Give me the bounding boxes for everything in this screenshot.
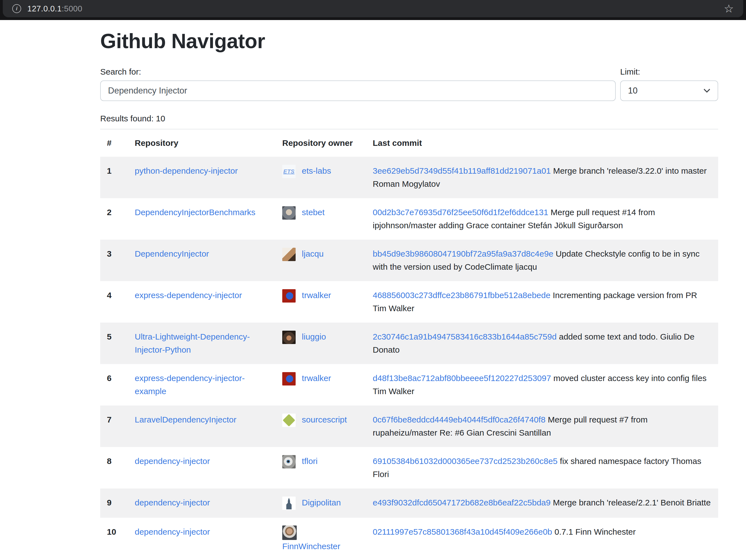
search-input[interactable]	[100, 81, 616, 101]
row-number: 8	[100, 447, 128, 489]
repo-link[interactable]: LaravelDependencyInjector	[135, 415, 236, 424]
table-header-row: # Repository Repository owner Last commi…	[100, 129, 718, 157]
owner-link[interactable]: sourcescript	[302, 415, 347, 424]
owner-avatar-image	[282, 372, 296, 385]
owner-link[interactable]: ets-labs	[302, 166, 331, 175]
owner-link[interactable]: Digipolitan	[302, 498, 341, 507]
repo-link[interactable]: express-dependency-injector	[135, 291, 242, 300]
owner-link[interactable]: ljacqu	[302, 249, 323, 258]
repositories-table: # Repository Repository owner Last commi…	[100, 129, 718, 560]
owner-link[interactable]: trwalker	[302, 374, 331, 383]
url-host: 127.0.0.1	[27, 4, 62, 13]
repo-link[interactable]: dependency-injector	[135, 498, 210, 507]
commit-hash-link[interactable]: d48f13be8ac712abf80bbeeee5f120227d253097	[373, 374, 551, 383]
owner-avatar-image	[282, 248, 296, 261]
row-number: 4	[100, 281, 128, 323]
repo-link[interactable]: DependencyInjectorBenchmarks	[135, 208, 256, 217]
row-number: 6	[100, 364, 128, 406]
row-number: 7	[100, 406, 128, 447]
header-last-commit: Last commit	[366, 129, 718, 157]
table-row: 2 DependencyInjectorBenchmarks stebet 00…	[100, 198, 718, 240]
commit-hash-link[interactable]: 3ee629eb5d7349d55f41b119aff81dd219071a01	[373, 166, 551, 175]
owner-avatar-image: ETS	[282, 165, 296, 178]
table-row: 1 python-dependency-injector ETS ets-lab…	[100, 157, 718, 198]
search-form: Search for: Limit: 10	[100, 67, 718, 101]
table-row: 8 dependency-injector tflori 69105384b61…	[100, 447, 718, 489]
repo-link[interactable]: express-dependency-injector-example	[135, 374, 245, 396]
commit-hash-link[interactable]: 2c30746c1a91b4947583416c833b1644a85c759d	[373, 332, 557, 341]
url-text: 127.0.0.1:5000	[27, 4, 82, 13]
page-container: Github Navigator Search for: Limit: 10 R…	[100, 29, 718, 560]
repo-link[interactable]: DependencyInjector	[135, 249, 209, 258]
browser-topbar: i 127.0.0.1:5000 ☆	[0, 0, 746, 20]
page-title: Github Navigator	[100, 29, 718, 54]
commit-hash-link[interactable]: 69105384b61032d000365ee737cd2523b260c8e5	[373, 456, 557, 466]
limit-select[interactable]: 10	[620, 81, 718, 101]
commit-hash-link[interactable]: 0c67f6be8eddcd4449eb4044f5df0ca26f4740f8	[373, 415, 546, 424]
row-number: 9	[100, 489, 128, 518]
owner-link[interactable]: trwalker	[302, 291, 331, 300]
repo-link[interactable]: Ultra-Lightweight-Dependency-Injector-Py…	[135, 332, 250, 354]
owner-link[interactable]: FinnWinchester	[282, 542, 340, 551]
results-count: Results found: 10	[100, 114, 718, 123]
owner-link[interactable]: liuggio	[302, 332, 326, 341]
commit-message: 0.7.1 Finn Winchester	[554, 527, 636, 536]
repo-link[interactable]: python-dependency-injector	[135, 166, 238, 175]
table-row: 10 dependency-injector FinnWinchester 02…	[100, 518, 718, 560]
table-row: 6 express-dependency-injector-example tr…	[100, 364, 718, 406]
header-num: #	[100, 129, 128, 157]
owner-avatar-image	[282, 455, 296, 468]
owner-avatar-image	[282, 331, 296, 344]
header-owner: Repository owner	[276, 129, 366, 157]
table-row: 3 DependencyInjector ljacqu bb45d9e3b986…	[100, 240, 718, 281]
row-number: 1	[100, 157, 128, 198]
row-number: 5	[100, 323, 128, 364]
owner-avatar-image	[282, 206, 296, 219]
table-row: 5 Ultra-Lightweight-Dependency-Injector-…	[100, 323, 718, 364]
owner-avatar-image	[282, 414, 296, 427]
bookmark-star-icon[interactable]: ☆	[724, 3, 734, 14]
commit-hash-link[interactable]: 00d2b3c7e76935d76f25ee50f6d1f2ef6ddce131	[373, 208, 548, 217]
owner-link[interactable]: tflori	[302, 456, 318, 466]
table-row: 7 LaravelDependencyInjector sourcescript…	[100, 406, 718, 447]
commit-hash-link[interactable]: bb45d9e3b98608047190bf72a95fa9a37d8c4e9e	[373, 249, 553, 258]
address-bar[interactable]: i 127.0.0.1:5000 ☆	[3, 0, 743, 17]
limit-label: Limit:	[620, 67, 718, 77]
row-number: 2	[100, 198, 128, 240]
owner-avatar-image	[282, 289, 296, 302]
search-label: Search for:	[100, 67, 616, 77]
row-number: 10	[100, 518, 128, 560]
commit-message: Merge branch 'release/2.2.1' Benoit Bria…	[553, 498, 711, 507]
repo-link[interactable]: dependency-injector	[135, 527, 210, 536]
owner-avatar-image	[282, 497, 296, 510]
commit-hash-link[interactable]: e493f9032dfcd65047172b682e8b6eaf22c5bda9	[373, 498, 551, 507]
repo-link[interactable]: dependency-injector	[135, 456, 210, 466]
header-repository: Repository	[128, 129, 276, 157]
commit-hash-link[interactable]: 02111997e57c85801368f43a10d45f409e266e0b	[373, 527, 552, 536]
site-info-icon[interactable]: i	[12, 4, 21, 13]
owner-link[interactable]: stebet	[302, 208, 324, 217]
table-row: 4 express-dependency-injector trwalker 4…	[100, 281, 718, 323]
owner-avatar-image	[282, 526, 297, 540]
table-row: 9 dependency-injector Digipolitan e493f9…	[100, 489, 718, 518]
url-port: :5000	[62, 4, 82, 13]
commit-hash-link[interactable]: 468856003c273dffce23b86791fbbe512a8ebede	[373, 291, 550, 300]
row-number: 3	[100, 240, 128, 281]
